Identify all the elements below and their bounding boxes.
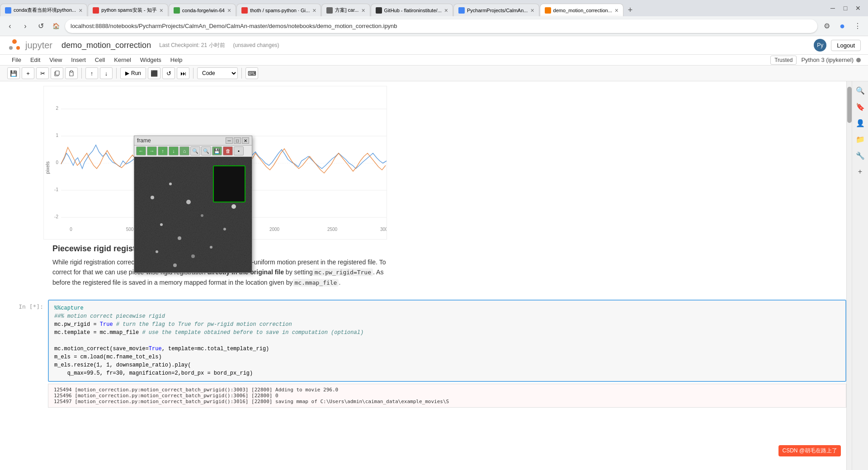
add-cell-button[interactable]: + xyxy=(22,67,34,79)
jupyter-main-layout: pixels 2 1 0 -1 -2 0 500 2000 2500 3000 xyxy=(0,81,868,470)
svg-point-27 xyxy=(169,183,172,185)
frame-tb-back[interactable]: ← xyxy=(136,146,146,155)
menu-kernel[interactable]: Kernel xyxy=(109,55,136,65)
notebook-title: demo_motion_correction xyxy=(61,41,151,50)
menu-cell[interactable]: Cell xyxy=(90,55,109,65)
save-button[interactable]: 💾 xyxy=(7,67,20,79)
profile-icon[interactable]: ● xyxy=(835,19,849,33)
frame-close-button[interactable]: ✕ xyxy=(242,137,249,144)
browser-toolbar-icons: ⚙ ● ⋮ xyxy=(820,19,864,33)
svg-point-33 xyxy=(223,228,226,230)
move-down-button[interactable]: ↓ xyxy=(100,67,113,79)
scrollbar-track-top xyxy=(847,81,852,85)
tab-6-close[interactable]: × xyxy=(444,7,448,14)
jupyter-cell-area[interactable]: pixels 2 1 0 -1 -2 0 500 2000 2500 3000 xyxy=(0,81,846,470)
move-up-button[interactable]: ↑ xyxy=(85,67,98,79)
minimize-button[interactable]: ─ xyxy=(826,3,839,13)
interrupt-button[interactable]: ⬛ xyxy=(148,67,160,79)
frame-title-text: frame xyxy=(137,137,151,144)
sidebar-icon-5[interactable]: 🔧 xyxy=(855,150,866,161)
toolbar-separator-3 xyxy=(193,68,193,79)
svg-point-28 xyxy=(186,200,191,204)
browser-frame: conda查看当前环境python... × python spams安装 - … xyxy=(0,0,868,470)
tab-2-favicon xyxy=(93,7,99,14)
tab-4-favicon xyxy=(241,7,248,14)
sidebar-icon-add[interactable]: + xyxy=(855,166,866,177)
tab-1[interactable]: conda查看当前环境python... × xyxy=(0,4,87,16)
address-input[interactable] xyxy=(65,19,817,33)
extensions-icon[interactable]: ⚙ xyxy=(820,19,834,33)
restart-run-button[interactable]: ⏭ xyxy=(177,67,189,79)
menu-file[interactable]: File xyxy=(7,55,26,65)
code-cell[interactable]: %%capture ##% motion correct piecewise r… xyxy=(48,300,846,382)
tab-7-favicon xyxy=(458,7,465,14)
sidebar-icon-3[interactable]: 👤 xyxy=(855,118,866,128)
run-button[interactable]: ▶ Run xyxy=(120,67,146,79)
sidebar-icon-2[interactable]: 🔖 xyxy=(855,101,866,112)
window-controls: ─ □ ✕ xyxy=(826,0,868,16)
menu-widgets[interactable]: Widgets xyxy=(136,55,166,65)
frame-tb-more[interactable]: • xyxy=(234,146,244,155)
frame-tb-home[interactable]: ⌂ xyxy=(179,146,189,155)
tab-3[interactable]: conda-forge/win-64 × xyxy=(169,4,236,16)
tab-4[interactable]: thoth / spams-python · Gi... × xyxy=(236,4,321,16)
tab-7-close[interactable]: × xyxy=(530,7,534,14)
restart-button[interactable]: ↺ xyxy=(162,67,175,79)
menu-edit[interactable]: Edit xyxy=(26,55,45,65)
tab-4-close[interactable]: × xyxy=(312,7,316,14)
refresh-button[interactable]: ↺ xyxy=(34,20,47,33)
tab-5[interactable]: 方案] car... × xyxy=(321,4,370,16)
scrollbar-thumb[interactable] xyxy=(847,87,852,123)
home-button[interactable]: 🏠 xyxy=(50,20,62,33)
frame-popup-window: frame ─ □ ✕ ← → ↑ ↓ ⌂ xyxy=(134,136,252,273)
menu-help[interactable]: Help xyxy=(166,55,187,65)
frame-tb-forward[interactable]: → xyxy=(147,146,157,155)
cut-cell-button[interactable]: ✂ xyxy=(36,67,49,79)
tab-2[interactable]: python spams安装 - 知乎 × xyxy=(88,4,168,16)
code-cell-wrapper: In [*]: %%capture ##% motion correct pie… xyxy=(7,300,846,408)
svg-text:2: 2 xyxy=(56,106,58,111)
menu-insert[interactable]: Insert xyxy=(66,55,90,65)
frame-tb-save[interactable]: 💾 xyxy=(212,146,222,155)
frame-restore-button[interactable]: □ xyxy=(234,137,241,144)
more-options-icon[interactable]: ⋮ xyxy=(851,19,864,33)
frame-tb-up[interactable]: ↑ xyxy=(158,146,168,155)
paste-cell-button[interactable] xyxy=(65,67,78,79)
cell-type-dropdown[interactable]: Code Markdown Raw xyxy=(197,67,238,79)
tab-1-close[interactable]: × xyxy=(79,7,82,14)
maximize-button[interactable]: □ xyxy=(839,3,852,13)
frame-tb-zoom[interactable]: 🔍 xyxy=(201,146,211,155)
jupyter-logo-area: jupyter demo_motion_correction Last Chec… xyxy=(7,38,279,52)
tab-8-close[interactable]: × xyxy=(615,7,618,14)
code-line-5: mc.motion_correct(save_movie=True, templ… xyxy=(54,345,840,353)
svg-text:1: 1 xyxy=(56,133,58,138)
tab-8[interactable]: demo_motion_correction... × demo_motion_… xyxy=(540,4,623,16)
keyboard-shortcut-button[interactable]: ⌨ xyxy=(245,67,258,79)
frame-tb-down[interactable]: ↓ xyxy=(169,146,179,155)
frame-minimize-button[interactable]: ─ xyxy=(226,137,233,144)
tab-5-close[interactable]: × xyxy=(361,7,365,14)
forward-button[interactable]: › xyxy=(19,20,32,33)
logout-button[interactable]: Logout xyxy=(831,40,861,51)
frame-tb-delete[interactable]: 🗑 xyxy=(223,146,233,155)
sidebar-icon-4[interactable]: 📁 xyxy=(855,134,866,145)
frame-tb-search[interactable]: 🔍 xyxy=(190,146,200,155)
svg-point-35 xyxy=(156,250,158,253)
tab-2-close[interactable]: × xyxy=(160,7,163,14)
tab-6[interactable]: GitHub - flatironinstitute/... × xyxy=(371,4,453,16)
tab-5-label: 方案] car... xyxy=(335,7,359,14)
tab-7[interactable]: PycharmProjects/CalmAn... × xyxy=(453,4,539,16)
trusted-badge[interactable]: Trusted xyxy=(770,56,797,65)
vertical-scrollbar[interactable] xyxy=(846,81,852,470)
close-button[interactable]: ✕ xyxy=(852,3,864,13)
copy-cell-button[interactable] xyxy=(51,67,63,79)
tab-3-close[interactable]: × xyxy=(227,7,231,14)
back-button[interactable]: ‹ xyxy=(4,20,16,33)
menu-view[interactable]: View xyxy=(45,55,66,65)
code-line-8: q_max=99.5, fr=30, magnification=2,bord_… xyxy=(54,369,840,377)
sidebar-icon-1[interactable]: 🔍 xyxy=(855,85,866,96)
svg-text:0: 0 xyxy=(70,227,72,232)
code-line-1: %%capture xyxy=(54,304,840,312)
tab-8-label: demo_motion_correction... xyxy=(553,8,612,13)
new-tab-button[interactable]: + xyxy=(624,4,637,16)
